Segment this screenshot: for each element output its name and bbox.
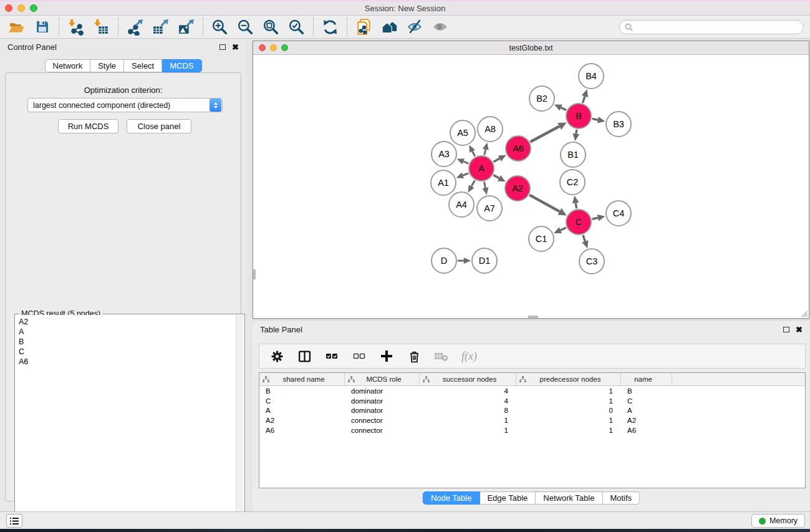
node-table[interactable]: shared nameMCDS rolesuccessor nodesprede… (259, 372, 806, 488)
network-maximize-button[interactable] (281, 44, 288, 51)
tab-select[interactable]: Select (124, 59, 162, 72)
table-cell[interactable]: A6 (259, 427, 345, 434)
save-session-icon[interactable] (29, 16, 55, 37)
graph-edge-A-A4[interactable] (471, 180, 475, 186)
tab-network[interactable]: Network (44, 59, 90, 72)
mcds-result-item[interactable]: B (19, 337, 236, 347)
minimize-window-button[interactable] (17, 4, 25, 12)
table-cell[interactable]: C (621, 397, 672, 405)
zoom-fit-icon[interactable] (258, 16, 284, 37)
deselect-all-checkboxes-icon[interactable] (352, 349, 367, 364)
graph-edge-A-A6[interactable] (493, 158, 499, 162)
table-cell[interactable]: 1 (516, 397, 621, 405)
table-cell[interactable]: 8 (420, 407, 516, 414)
maximize-window-button[interactable] (30, 4, 37, 12)
table-cell[interactable]: A6 (621, 427, 672, 434)
table-cell[interactable]: A2 (259, 417, 345, 424)
graph-edge-B-B4[interactable] (583, 96, 585, 103)
table-cell[interactable]: 1 (420, 427, 516, 434)
mcds-result-list[interactable]: A2ABCA6 (16, 315, 236, 532)
network-graph[interactable]: B4B2BB3A5A8A6B1A3AC2A1A2A4A7C4CC1C3DD1 (253, 55, 809, 318)
close-panel-button[interactable]: Close panel (127, 119, 191, 133)
network-canvas[interactable]: B4B2BB3A5A8A6B1A3AC2A1A2A4A7C4CC1C3DD1 (253, 55, 809, 318)
table-cell[interactable]: dominator (345, 397, 420, 405)
close-window-button[interactable] (5, 4, 12, 12)
show-all-eye-icon[interactable] (428, 16, 453, 37)
graph-edge-C-C1[interactable] (561, 228, 566, 230)
table-cell[interactable]: 4 (420, 397, 516, 405)
hide-selected-eye-icon[interactable] (402, 16, 428, 37)
import-table-icon[interactable] (89, 16, 114, 37)
table-cell[interactable]: A (259, 407, 345, 414)
table-cell[interactable]: B (621, 387, 672, 395)
mcds-result-item[interactable]: A6 (19, 357, 236, 367)
table-cell[interactable]: 1 (516, 387, 621, 395)
column-header-name[interactable]: name (621, 373, 672, 385)
clone-network-icon[interactable] (351, 16, 377, 37)
network-minimize-button[interactable] (270, 44, 277, 51)
tab-node-table[interactable]: Node Table (423, 491, 480, 505)
graph-edge-B-B3[interactable] (592, 118, 598, 120)
import-network-icon[interactable] (63, 16, 89, 37)
float-panel-icon[interactable] (219, 44, 226, 50)
network-close-button[interactable] (259, 44, 266, 51)
vertical-scroll-thumb[interactable] (253, 269, 256, 279)
run-mcds-button[interactable]: Run MCDS (58, 119, 118, 133)
graph-edge-A-A3[interactable] (463, 162, 468, 163)
close-panel-icon[interactable]: ✖ (232, 43, 239, 51)
graph-edge-B-B1[interactable] (576, 130, 577, 134)
delete-column-icon[interactable] (407, 349, 422, 364)
graph-edge-A-A5[interactable] (473, 151, 475, 156)
table-cell[interactable]: A2 (621, 417, 672, 424)
table-cell[interactable]: dominator (345, 387, 420, 395)
column-header-shared-name[interactable]: shared name (259, 373, 345, 385)
table-row[interactable]: Bdominator41B (259, 386, 805, 396)
mcds-result-item[interactable]: C (19, 347, 236, 357)
table-cell[interactable]: 1 (420, 417, 516, 424)
first-neighbors-home-icon[interactable] (377, 16, 402, 37)
settings-gear-icon[interactable] (269, 349, 284, 364)
column-header-successor-nodes[interactable]: successor nodes (420, 373, 516, 385)
table-cell[interactable]: 4 (420, 387, 516, 395)
zoom-selected-icon[interactable] (284, 16, 309, 37)
task-history-button[interactable] (6, 514, 22, 528)
zoom-in-icon[interactable] (207, 16, 233, 37)
column-header-predecessor-nodes[interactable]: predecessor nodes (516, 373, 621, 385)
close-table-panel-icon[interactable]: ✖ (796, 326, 803, 334)
column-header-MCDS-role[interactable]: MCDS role (345, 373, 420, 385)
graph-edge-A-A2[interactable] (493, 175, 499, 178)
export-network-icon[interactable] (122, 16, 148, 37)
mcds-result-item[interactable]: A2 (19, 317, 236, 327)
open-folder-icon[interactable] (4, 16, 29, 37)
tab-network-table[interactable]: Network Table (536, 491, 602, 505)
add-column-icon[interactable] (379, 349, 394, 364)
table-row[interactable]: A6connector11A6 (259, 425, 805, 435)
search-field[interactable] (619, 20, 804, 34)
table-cell[interactable]: dominator (345, 407, 420, 414)
table-row[interactable]: A2connector11A2 (259, 415, 805, 425)
export-table-icon[interactable] (148, 16, 173, 37)
refresh-layout-icon[interactable] (317, 16, 343, 37)
table-cell[interactable]: 0 (516, 407, 621, 414)
table-cell[interactable]: connector (345, 427, 420, 434)
table-row[interactable]: Adominator80A (259, 406, 805, 416)
graph-edge-C-C2[interactable] (576, 203, 576, 208)
tab-mcds[interactable]: MCDS (162, 59, 201, 72)
float-table-panel-icon[interactable] (783, 327, 789, 332)
graph-edge-A6-B[interactable] (530, 127, 559, 142)
tab-motifs[interactable]: Motifs (602, 491, 640, 505)
search-input[interactable] (633, 23, 798, 32)
table-cell[interactable]: A (621, 407, 672, 414)
export-image-icon[interactable] (173, 16, 199, 37)
graph-edge-A-A8[interactable] (485, 150, 486, 155)
tab-edge-table[interactable]: Edge Table (480, 491, 536, 505)
graph-edge-C-C4[interactable] (592, 218, 597, 219)
column-visibility-icon[interactable] (297, 349, 312, 364)
table-cell[interactable]: connector (345, 417, 420, 424)
graph-edge-B-B2[interactable] (561, 108, 567, 110)
horizontal-scroll-thumb[interactable] (528, 316, 538, 318)
graph-edge-C-C3[interactable] (583, 235, 585, 241)
zoom-out-icon[interactable] (233, 16, 258, 37)
mcds-result-item[interactable]: A (19, 327, 236, 337)
table-row[interactable]: Cdominator41C (259, 396, 805, 406)
